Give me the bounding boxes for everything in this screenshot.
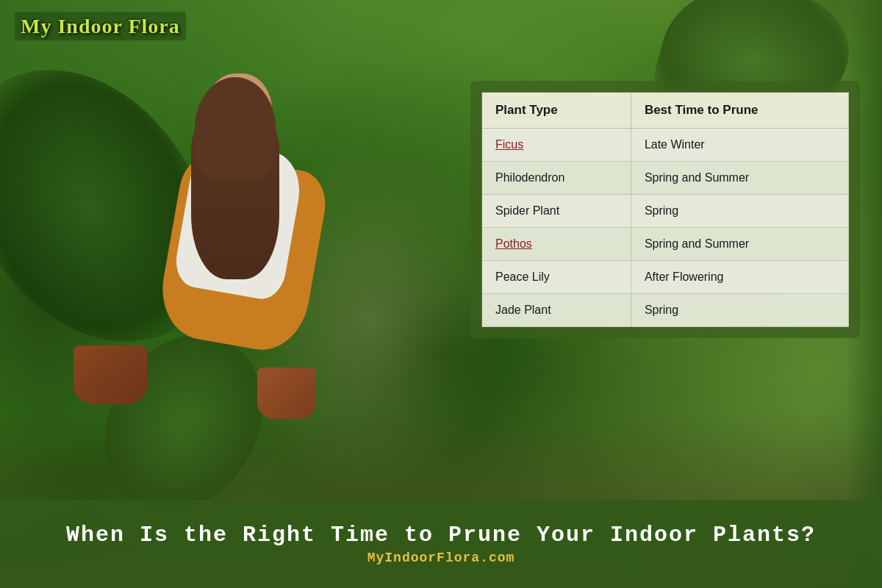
table-row: FicusLate Winter	[482, 129, 849, 162]
table-row: PhilodendronSpring and Summer	[482, 162, 849, 195]
plant-type-cell: Jade Plant	[482, 294, 631, 327]
logo: My Indoor Flora	[15, 15, 186, 38]
best-time-cell: Late Winter	[631, 129, 848, 162]
table-row: Peace LilyAfter Flowering	[482, 261, 849, 294]
plant-type-cell: Spider Plant	[482, 195, 631, 228]
best-time-cell: Spring and Summer	[631, 162, 848, 195]
person-scene	[74, 59, 441, 463]
person-hair	[195, 77, 276, 180]
plant-type-cell: Philodendron	[482, 162, 631, 195]
best-time-cell: Spring	[631, 294, 848, 327]
decorative-top-right	[662, 0, 882, 88]
bottom-banner: When Is the Right Time to Prune Your Ind…	[0, 500, 882, 588]
plant-type-cell: Pothos	[482, 228, 631, 261]
table-row: Spider PlantSpring	[482, 195, 849, 228]
col-header-best-time: Best Time to Prune	[631, 93, 848, 129]
col-header-plant-type: Plant Type	[482, 93, 631, 129]
plant-pot-1	[74, 345, 147, 404]
logo-text: My Indoor Flora	[15, 12, 186, 40]
table-row: Jade PlantSpring	[482, 294, 849, 327]
person-body	[132, 74, 368, 426]
table-panel: Plant Type Best Time to Prune FicusLate …	[470, 81, 860, 338]
plant-link[interactable]: Pothos	[495, 237, 532, 250]
table-header-row: Plant Type Best Time to Prune	[482, 93, 849, 129]
best-time-cell: After Flowering	[631, 261, 848, 294]
best-time-cell: Spring and Summer	[631, 228, 848, 261]
plant-link[interactable]: Ficus	[495, 138, 523, 151]
prune-table: Plant Type Best Time to Prune FicusLate …	[481, 92, 849, 327]
table-row: PothosSpring and Summer	[482, 228, 849, 261]
bottom-subtitle: MyIndoorFlora.com	[368, 551, 515, 565]
best-time-cell: Spring	[631, 195, 848, 228]
bottom-title: When Is the Right Time to Prune Your Ind…	[66, 523, 816, 548]
plant-pot-2	[257, 368, 316, 419]
plant-type-cell: Peace Lily	[482, 261, 631, 294]
plant-type-cell: Ficus	[482, 129, 631, 162]
